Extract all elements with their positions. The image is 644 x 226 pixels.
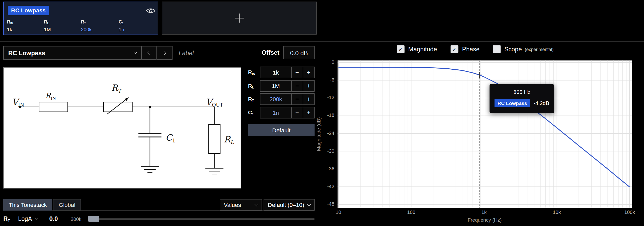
rt-slider-track[interactable]: [88, 219, 315, 220]
magnitude-checkbox[interactable]: ✓: [397, 45, 404, 53]
increment-button[interactable]: +: [303, 67, 314, 78]
add-tonestack-button[interactable]: [162, 2, 317, 35]
decrement-button[interactable]: −: [291, 107, 303, 118]
decrement-button[interactable]: −: [291, 94, 303, 104]
default-button[interactable]: Default: [248, 124, 315, 136]
offset-input[interactable]: 0.0 dB: [283, 46, 315, 59]
scope-suffix-label: (experimental): [525, 47, 554, 52]
default-range-select[interactable]: Default (0–10): [264, 199, 315, 211]
chevron-left-icon: [147, 51, 151, 55]
phase-checkbox[interactable]: ✓: [451, 45, 458, 53]
tonestack-select-value: RC Lowpass: [8, 49, 45, 56]
card-param-label: C1: [119, 19, 154, 25]
y-tick-label: -36: [312, 166, 334, 171]
param-value-input[interactable]: 1k: [260, 67, 291, 78]
card-param-label: RT: [81, 19, 116, 25]
y-tick-label: -12: [312, 95, 334, 100]
eye-visibility-button[interactable]: [145, 6, 157, 15]
bode-plot-area[interactable]: [338, 60, 632, 208]
param-label-rt: RT: [248, 93, 260, 105]
y-tick-label: -6: [312, 77, 334, 83]
checkmark-icon: ✓: [398, 46, 403, 52]
header-divider: [0, 41, 644, 42]
tonestack-card-selected[interactable]: RC Lowpass RIN 1k RL 1M RT 200k C1 1n: [3, 2, 158, 35]
vin-label: VIN: [12, 97, 24, 108]
y-axis-title: Magnitude (dB): [316, 117, 321, 151]
increment-button[interactable]: +: [303, 94, 314, 104]
decrement-button[interactable]: −: [291, 67, 303, 78]
x-tick-label: 100: [397, 209, 426, 215]
label-input[interactable]: [178, 47, 258, 59]
y-tick-label: 0: [312, 59, 334, 65]
x-tick-label: 10k: [543, 209, 571, 215]
c1-label: C1: [166, 133, 175, 143]
rt-slider-value: 0.0: [49, 215, 58, 222]
param-label-rin: RIN: [248, 67, 260, 78]
scope-toggle: Scope (experimental): [493, 45, 554, 53]
y-tick-label: -42: [312, 183, 334, 189]
rt-label: RT: [111, 83, 122, 94]
taper-select[interactable]: LogA: [18, 215, 37, 222]
checkmark-icon: ✓: [452, 46, 457, 52]
param-row-rl: 1M − +: [260, 80, 315, 92]
rt-param-label: RT: [3, 215, 10, 223]
x-axis-ticks: 101001k10k100k: [338, 209, 632, 216]
rl-label: RL: [224, 134, 234, 145]
card-param-label: RL: [44, 19, 79, 25]
x-tick-label: 1k: [470, 209, 498, 215]
param-value-input[interactable]: 1M: [260, 81, 291, 91]
magnitude-label: Magnitude: [408, 46, 437, 53]
bode-plot-canvas: [338, 60, 632, 208]
param-value-input[interactable]: 1n: [260, 107, 291, 118]
circuit-diagram: VIN RIN RT VOUT C1 RL: [3, 67, 241, 188]
param-label-c1: C1: [248, 107, 260, 119]
rin-label: RIN: [45, 91, 56, 101]
y-axis-ticks: 0-6-12-18-24-30-36-42-48: [312, 60, 334, 208]
y-tick-label: -30: [312, 148, 334, 154]
phase-label: Phase: [462, 46, 480, 53]
chevron-right-icon: [163, 51, 167, 55]
tonestack-card-title: RC Lowpass: [8, 6, 49, 15]
param-row-rt: 200k − +: [260, 93, 315, 105]
eye-icon: [146, 7, 156, 14]
scope-checkbox[interactable]: [493, 45, 501, 53]
chart-tooltip: 865 Hz RC Lowpass -4.2dB: [490, 84, 554, 113]
plus-icon: [233, 12, 245, 24]
increment-button[interactable]: +: [303, 107, 314, 118]
chevron-down-icon: [307, 202, 311, 206]
card-param-value: 200k: [81, 27, 116, 32]
tooltip-value: -4.2dB: [533, 100, 549, 106]
card-param-value: 1k: [7, 27, 42, 32]
x-tick-label: 100k: [615, 209, 644, 215]
y-tick-label: -48: [312, 201, 334, 207]
card-param-rin: RIN 1k: [7, 19, 42, 33]
y-tick-label: -18: [312, 112, 334, 118]
prev-tonestack-button[interactable]: [141, 46, 157, 60]
decrement-button[interactable]: −: [291, 81, 303, 91]
app-root: RC Lowpass RIN 1k RL 1M RT 200k C1 1n: [0, 0, 644, 226]
values-select[interactable]: Values: [220, 199, 262, 211]
default-range-select-value: Default (0–10): [268, 201, 304, 208]
x-axis-title: Frequency (Hz): [338, 217, 632, 223]
card-param-c1: C1 1n: [119, 19, 154, 33]
increment-button[interactable]: +: [303, 81, 314, 91]
y-tick-label: -24: [312, 130, 334, 136]
rt-slider-handle[interactable]: [88, 216, 99, 222]
vout-label: VOUT: [206, 97, 223, 108]
card-param-value: 1M: [44, 27, 79, 32]
card-param-rt: RT 200k: [81, 19, 116, 33]
tab-global[interactable]: Global: [53, 199, 81, 211]
param-label-rl: RL: [248, 80, 260, 92]
chevron-down-icon: [34, 216, 38, 220]
phase-toggle: ✓ Phase: [451, 45, 479, 53]
tonestack-select[interactable]: RC Lowpass: [3, 46, 142, 60]
param-value-input[interactable]: 200k: [260, 94, 291, 104]
card-param-rl: RL 1M: [44, 19, 79, 33]
x-tick-label: 10: [324, 209, 353, 215]
offset-label: Offset: [262, 49, 279, 56]
tab-this-tonestack[interactable]: This Tonestack: [3, 199, 52, 211]
magnitude-toggle: ✓ Magnitude: [397, 45, 437, 53]
next-tonestack-button[interactable]: [156, 46, 172, 60]
param-row-c1: 1n − +: [260, 107, 315, 119]
taper-select-value: LogA: [18, 215, 32, 222]
